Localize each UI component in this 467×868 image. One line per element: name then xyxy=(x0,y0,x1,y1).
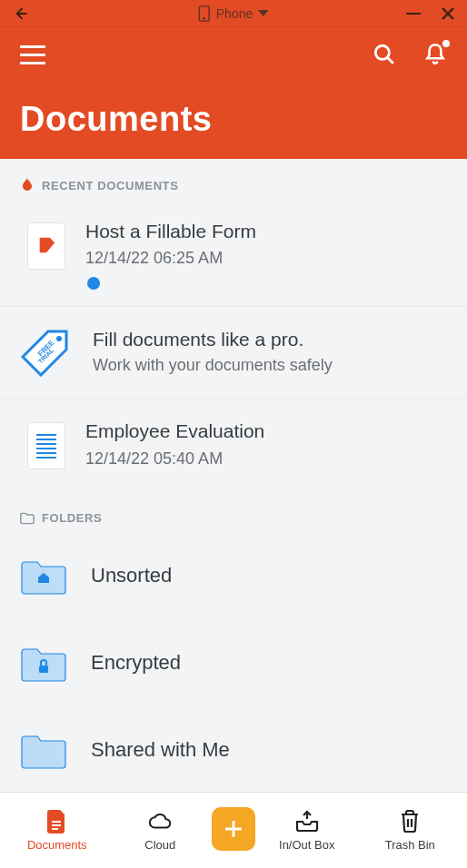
nav-label: Trash Bin xyxy=(385,838,435,852)
svg-rect-10 xyxy=(52,828,58,830)
svg-point-1 xyxy=(204,17,204,18)
document-item[interactable]: Employee Evaluation 12/14/22 05:40 AM xyxy=(0,400,467,486)
recent-documents-list: Host a Fillable Form 12/14/22 06:25 AM F… xyxy=(0,201,467,486)
folder-name: Encrypted xyxy=(91,651,181,675)
plus-icon xyxy=(222,817,245,841)
emulator-bar: Phone xyxy=(0,0,467,27)
svg-rect-2 xyxy=(406,13,421,15)
folder-share-icon xyxy=(20,730,67,770)
svg-rect-8 xyxy=(52,821,61,823)
search-button[interactable] xyxy=(371,41,398,68)
promo-subtitle: Work with your documents safely xyxy=(93,356,333,375)
folder-item-encrypted[interactable]: Encrypted xyxy=(0,619,467,706)
unread-dot-icon xyxy=(87,277,100,290)
nav-label: In/Out Box xyxy=(279,838,334,852)
app-header: Documents xyxy=(0,27,467,159)
chevron-down-icon xyxy=(258,10,269,17)
text-lines-icon xyxy=(36,434,56,459)
flame-icon xyxy=(20,177,35,193)
folder-lock-icon xyxy=(20,643,67,683)
minimize-icon xyxy=(406,13,421,15)
document-title: Employee Evaluation xyxy=(85,419,447,443)
free-trial-tag-icon: FREE TRIAL xyxy=(21,326,72,377)
folder-outline-icon xyxy=(20,512,35,525)
arrow-left-icon xyxy=(11,5,29,23)
folder-item-shared[interactable]: Shared with Me xyxy=(0,706,467,775)
close-button[interactable] xyxy=(438,4,458,24)
page-title: Documents xyxy=(20,100,449,139)
back-button[interactable] xyxy=(9,3,31,25)
device-label: Phone xyxy=(216,6,253,21)
notification-dot-icon xyxy=(442,40,450,47)
nav-trash[interactable]: Trash Bin xyxy=(359,809,462,852)
promo-title: Fill documents like a pro. xyxy=(93,329,333,350)
folder-name: Shared with Me xyxy=(91,738,230,762)
inbox-icon xyxy=(294,810,320,833)
promo-banner[interactable]: FREE TRIAL Fill documents like a pro. Wo… xyxy=(0,307,467,400)
device-selector[interactable]: Phone xyxy=(198,5,269,22)
document-meta: 12/14/22 06:25 AM xyxy=(85,249,447,268)
content: RECENT DOCUMENTS Host a Fillable Form 12… xyxy=(0,159,467,787)
folder-home-icon xyxy=(20,556,67,596)
document-meta: 12/14/22 05:40 AM xyxy=(85,449,447,469)
nav-label: Cloud xyxy=(144,838,175,852)
recent-section-header: RECENT DOCUMENTS xyxy=(0,159,467,201)
svg-point-3 xyxy=(375,45,389,59)
hamburger-icon xyxy=(20,45,45,48)
document-thumb xyxy=(27,222,65,270)
notifications-button[interactable] xyxy=(422,41,449,68)
svg-point-4 xyxy=(56,336,62,341)
svg-rect-7 xyxy=(39,666,48,673)
trash-icon xyxy=(400,810,420,833)
document-title: Host a Fillable Form xyxy=(85,219,447,243)
close-icon xyxy=(441,6,455,21)
folder-item-unsorted[interactable]: Unsorted xyxy=(0,532,467,619)
menu-button[interactable] xyxy=(20,40,49,69)
cloud-icon xyxy=(147,812,173,832)
folders-label: FOLDERS xyxy=(42,511,102,525)
document-thumb xyxy=(27,422,65,469)
document-icon xyxy=(47,810,67,833)
nav-cloud[interactable]: Cloud xyxy=(109,809,213,852)
search-icon xyxy=(373,43,396,66)
pdf-icon xyxy=(36,236,56,256)
phone-icon xyxy=(198,5,211,22)
recent-label: RECENT DOCUMENTS xyxy=(42,179,178,192)
add-button[interactable] xyxy=(212,807,255,851)
nav-inout[interactable]: In/Out Box xyxy=(255,809,359,852)
svg-rect-9 xyxy=(52,824,61,826)
minimize-button[interactable] xyxy=(403,4,423,24)
folders-section-header: FOLDERS xyxy=(0,486,467,532)
nav-label: Documents xyxy=(27,838,87,852)
folders-list: Unsorted Encrypted Shared with Me xyxy=(0,532,467,775)
nav-documents[interactable]: Documents xyxy=(5,809,109,852)
folder-name: Unsorted xyxy=(91,564,172,587)
bottom-nav: Documents Cloud In/Out Box Trash Bin xyxy=(0,792,467,868)
document-item[interactable]: Host a Fillable Form 12/14/22 06:25 AM xyxy=(0,201,467,307)
